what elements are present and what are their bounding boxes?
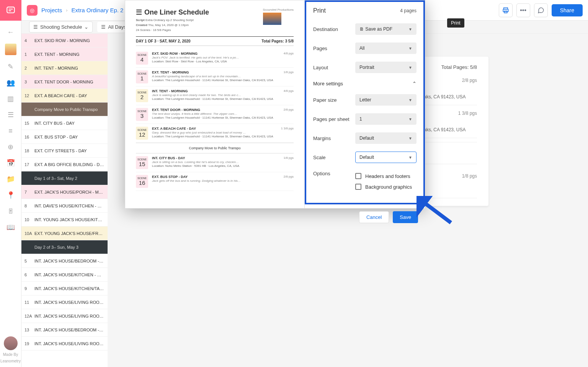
project-thumb[interactable] <box>5 44 16 55</box>
scene-row[interactable]: 19INT. JACK'S HOUSE/LIVING ROOM - DAY <box>21 337 108 351</box>
app-logo[interactable] <box>0 0 21 21</box>
scene-row[interactable]: 15INT. CITY BUS - DAY <box>21 116 108 130</box>
users-icon[interactable]: 👥 <box>6 78 15 87</box>
pps-select[interactable]: 1▼ <box>355 113 416 125</box>
preview-scene: SCENE1EXT. TENT - MORNING1/8 pgsA beauti… <box>136 68 294 86</box>
destination-select[interactable]: 🗎 Save as PDF▼ <box>355 23 416 35</box>
cancel-button[interactable]: Cancel <box>359 211 389 223</box>
label-options: Options <box>313 171 330 176</box>
svg-rect-0 <box>7 7 15 13</box>
save-button[interactable]: Save <box>393 211 418 223</box>
globe-icon[interactable]: ⊕ <box>6 142 15 152</box>
scene-row[interactable]: 13INT. JACK'S HOUSE/BEDROOM - DAY <box>21 323 108 337</box>
headers-checkbox-row[interactable]: Headers and footers <box>355 171 416 181</box>
margins-select[interactable]: Default▼ <box>355 132 416 144</box>
print-preview: ☰One Liner Schedule Script Extra Ordinar… <box>125 0 304 208</box>
paper-select[interactable]: Letter▼ <box>355 94 416 106</box>
pages-select[interactable]: All▼ <box>355 42 416 54</box>
label-layout: Layout <box>313 65 328 70</box>
folder-icon[interactable]: 📁 <box>6 175 15 184</box>
scene-row[interactable]: 7EXT. JACK'S HOUSE/PORCH - MORNING <box>21 185 108 199</box>
scene-list: 4EXT. SKID ROW - MORNING1EXT. TENT - MOR… <box>21 34 108 367</box>
scene-row[interactable]: 12EXT. A BEACH CAFE - DAY <box>21 89 108 103</box>
scene-row[interactable]: 12AINT. JACK'S HOUSE/LIVING ROOM - DAY <box>21 309 108 323</box>
scene-row[interactable]: 10INT. YOUNG JACK'S HOUSE/KITCHEN/TABLE … <box>21 213 108 227</box>
layout-select[interactable]: Portrait▼ <box>355 62 416 73</box>
print-dialog: ☰One Liner Schedule Script Extra Ordinar… <box>125 0 425 209</box>
scene-row[interactable]: 10AEXT. YOUNG JACK'S HOUSE/FRONT LAWN - … <box>21 227 108 240</box>
scene-row[interactable]: 4EXT. SKID ROW - MORNING <box>21 34 108 47</box>
more-button[interactable]: ••• <box>516 3 530 17</box>
svg-line-5 <box>420 200 451 223</box>
checkbox-icon[interactable] <box>355 173 361 179</box>
breadcrumb-projects[interactable]: Projects <box>41 7 62 13</box>
preview-title: ☰One Liner Schedule <box>136 8 209 16</box>
calendar-icon[interactable]: 📅 <box>6 158 15 168</box>
label-destination: Destination <box>313 26 338 32</box>
scale-select[interactable]: Default▼ <box>355 152 416 163</box>
layers-icon[interactable]: ☰ <box>6 110 15 119</box>
chevron-up-icon: ⌃ <box>412 81 416 86</box>
label-scale: Scale <box>313 155 326 160</box>
scene-row[interactable]: Day 2 of 3– Sun, May 3 <box>21 240 108 254</box>
scene-row[interactable]: 6INT. JACK'S HOUSE/KITCHEN - MORNING <box>21 268 108 282</box>
checkbox-icon[interactable] <box>355 184 361 190</box>
preview-scene: SCENE2INT. TENT - MORNING4/8 pgsJack is … <box>136 86 294 105</box>
chat-button[interactable] <box>534 3 548 17</box>
callout-arrow <box>416 196 455 227</box>
book-icon[interactable]: 📖 <box>6 223 15 232</box>
schedule-select[interactable]: ☰Shooting Schedule⌄ <box>29 21 93 33</box>
scene-row[interactable]: 16EXT. BUS STOP - DAY <box>21 130 108 144</box>
pencil-icon[interactable]: ✎ <box>6 62 15 71</box>
label-pps: Pages per sheet <box>313 116 350 122</box>
company-logo: Scoundrel Productions <box>263 8 294 25</box>
print-button[interactable] <box>499 3 513 17</box>
svg-rect-2 <box>503 9 508 12</box>
share-button[interactable]: Share <box>552 4 583 16</box>
avatar[interactable] <box>4 336 18 350</box>
footer-madeby: Made By <box>3 352 18 357</box>
total-pages-label: Total Pages: 3 5/8 <box>261 39 294 43</box>
scene-row[interactable]: 8INT. DAVE'S HOUSE/KITCHEN - MORNING <box>21 199 108 213</box>
scene-row[interactable]: 3EXT. TENT DOOR - MORNING <box>21 75 108 89</box>
label-margins: Margins <box>313 135 331 141</box>
scene-row[interactable]: 18EXT. CITY STREETS - DAY <box>21 144 108 158</box>
preview-scene: SCENE16EXT. BUS STOP - DAY2/8 pgsJack ge… <box>136 172 294 191</box>
print-title: Print <box>313 7 326 14</box>
back-icon[interactable]: ← <box>6 28 15 37</box>
scene-row[interactable]: Company Move to Public Transpo <box>21 103 108 116</box>
preview-company-move: Company Move to Public Transpo <box>136 143 294 153</box>
preview-scene: SCENE12EXT. A BEACH CAFE - DAY1 3/8 pgsG… <box>136 124 294 143</box>
scene-row[interactable]: 2INT. TENT - MORNING <box>21 61 108 75</box>
scene-row[interactable]: 1EXT. TENT - MORNING <box>21 47 108 61</box>
preview-scene: SCENE15INT. CITY BUS - DAY1/8 pgsJack is… <box>136 153 294 172</box>
project-icon[interactable]: ◎ <box>27 5 38 16</box>
label-paper: Paper size <box>313 97 336 103</box>
label-pages: Pages <box>313 46 327 51</box>
day-heading: DAY 1 OF 3 · SAT, MAY 2, 2020 <box>136 39 191 43</box>
left-rail: ← ✎ 👥 ▥ ☰ ≡ ⊕ 📅 📁 📍 🎚 📖 Made By Leanomet… <box>0 0 21 367</box>
pin-icon[interactable]: 📍 <box>6 191 15 200</box>
print-sheet-count: 4 pages <box>400 8 416 13</box>
footer-brand: Leanometry <box>0 359 21 363</box>
print-panel: Print 4 pages Destination 🗎 Save as PDF▼… <box>304 0 425 208</box>
more-settings-toggle[interactable]: More settings⌃ <box>313 77 416 90</box>
preview-scene: SCENE4EXT. SKID ROW - MORNING4/8 pgsJack… <box>136 49 294 68</box>
scene-row[interactable]: 5INT. JACK'S HOUSE/BEDROOM - MORNING <box>21 254 108 268</box>
sliders-icon[interactable]: 🎚 <box>6 207 15 216</box>
scene-row[interactable]: Day 1 of 3– Sat, May 2 <box>21 171 108 185</box>
scene-row[interactable]: 17EXT. A BIG OFFICE BUILDING - DAY <box>21 158 108 171</box>
list-icon[interactable]: ≡ <box>6 126 15 135</box>
scene-row[interactable]: 11INT. JACK'S HOUSE/LIVING ROOM - DAY <box>21 295 108 309</box>
chevron-right-icon: › <box>66 7 67 13</box>
preview-scene: SCENE3EXT. TENT DOOR - MORNING2/8 pgsThe… <box>136 105 294 124</box>
print-tooltip: Print <box>447 18 464 28</box>
bg-checkbox-row[interactable]: Background graphics <box>355 181 416 192</box>
board-icon[interactable]: ▥ <box>6 94 15 103</box>
scene-row[interactable]: 9INT. JACK'S HOUSE/KITCHEN/TABLE - DAY <box>21 282 108 295</box>
breadcrumb-project[interactable]: Extra Ordinary Ep. 2 <box>72 7 124 13</box>
